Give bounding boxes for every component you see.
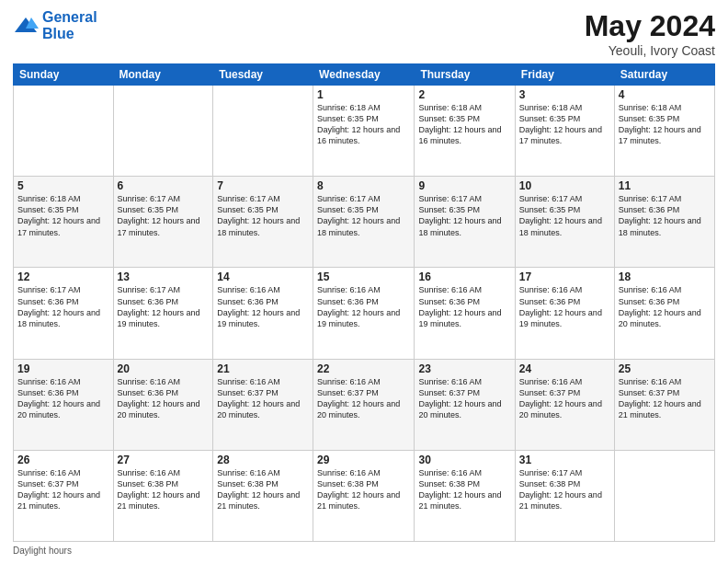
day-number: 28 — [217, 454, 309, 466]
day-number: 5 — [17, 179, 109, 192]
day-info: Sunrise: 6:17 AM Sunset: 6:35 PM Dayligh… — [519, 193, 610, 238]
footer-note: Daylight hours — [13, 546, 715, 556]
calendar-col-header: Monday — [113, 64, 213, 86]
header: General Blue May 2024 Yeouli, Ivory Coas… — [13, 9, 715, 58]
day-number: 31 — [519, 454, 610, 466]
logo-icon — [13, 16, 39, 36]
day-number: 18 — [619, 270, 711, 283]
day-number: 1 — [317, 88, 410, 101]
calendar-day-cell: 22Sunrise: 6:16 AM Sunset: 6:37 PM Dayli… — [313, 359, 415, 450]
day-info: Sunrise: 6:16 AM Sunset: 6:36 PM Dayligh… — [519, 284, 610, 329]
title-block: May 2024 Yeouli, Ivory Coast — [585, 9, 715, 58]
day-info: Sunrise: 6:18 AM Sunset: 6:35 PM Dayligh… — [418, 102, 510, 147]
calendar-col-header: Saturday — [614, 64, 714, 86]
day-info: Sunrise: 6:16 AM Sunset: 6:38 PM Dayligh… — [317, 467, 410, 512]
day-info: Sunrise: 6:16 AM Sunset: 6:37 PM Dayligh… — [418, 376, 510, 421]
day-info: Sunrise: 6:16 AM Sunset: 6:36 PM Dayligh… — [17, 376, 109, 421]
calendar-day-cell: 18Sunrise: 6:16 AM Sunset: 6:36 PM Dayli… — [614, 268, 714, 359]
day-info: Sunrise: 6:17 AM Sunset: 6:35 PM Dayligh… — [418, 193, 510, 238]
calendar-day-cell: 5Sunrise: 6:18 AM Sunset: 6:35 PM Daylig… — [14, 177, 114, 268]
calendar-day-cell — [213, 86, 313, 177]
day-number: 20 — [118, 362, 210, 375]
calendar-day-cell: 21Sunrise: 6:16 AM Sunset: 6:37 PM Dayli… — [213, 359, 313, 450]
day-number: 7 — [217, 179, 309, 192]
calendar-day-cell: 7Sunrise: 6:17 AM Sunset: 6:35 PM Daylig… — [213, 177, 313, 268]
calendar-week-row: 1Sunrise: 6:18 AM Sunset: 6:35 PM Daylig… — [14, 86, 715, 177]
day-info: Sunrise: 6:17 AM Sunset: 6:35 PM Dayligh… — [317, 193, 410, 238]
day-info: Sunrise: 6:17 AM Sunset: 6:36 PM Dayligh… — [17, 284, 109, 329]
day-number: 2 — [418, 88, 510, 101]
calendar-col-header: Tuesday — [213, 64, 313, 86]
day-number: 30 — [418, 454, 510, 466]
day-number: 19 — [17, 362, 109, 375]
calendar-day-cell: 20Sunrise: 6:16 AM Sunset: 6:36 PM Dayli… — [113, 359, 213, 450]
day-info: Sunrise: 6:16 AM Sunset: 6:36 PM Dayligh… — [619, 284, 711, 329]
day-number: 6 — [118, 179, 210, 192]
calendar-day-cell: 8Sunrise: 6:17 AM Sunset: 6:35 PM Daylig… — [313, 177, 415, 268]
calendar-col-header: Sunday — [14, 64, 114, 86]
day-info: Sunrise: 6:16 AM Sunset: 6:38 PM Dayligh… — [418, 467, 510, 512]
calendar-day-cell — [14, 86, 114, 177]
day-number: 26 — [17, 454, 109, 466]
day-info: Sunrise: 6:16 AM Sunset: 6:36 PM Dayligh… — [418, 284, 510, 329]
day-number: 8 — [317, 179, 410, 192]
day-info: Sunrise: 6:16 AM Sunset: 6:37 PM Dayligh… — [317, 376, 410, 421]
calendar-day-cell: 14Sunrise: 6:16 AM Sunset: 6:36 PM Dayli… — [213, 268, 313, 359]
day-info: Sunrise: 6:16 AM Sunset: 6:37 PM Dayligh… — [17, 467, 109, 512]
calendar-day-cell: 28Sunrise: 6:16 AM Sunset: 6:38 PM Dayli… — [213, 450, 313, 541]
day-number: 23 — [418, 362, 510, 375]
day-number: 9 — [418, 179, 510, 192]
day-info: Sunrise: 6:16 AM Sunset: 6:36 PM Dayligh… — [217, 284, 309, 329]
day-number: 16 — [418, 270, 510, 283]
page: General Blue May 2024 Yeouli, Ivory Coas… — [0, 0, 728, 563]
calendar-day-cell: 10Sunrise: 6:17 AM Sunset: 6:35 PM Dayli… — [515, 177, 614, 268]
calendar-day-cell: 30Sunrise: 6:16 AM Sunset: 6:38 PM Dayli… — [415, 450, 515, 541]
day-info: Sunrise: 6:16 AM Sunset: 6:38 PM Dayligh… — [118, 467, 210, 512]
calendar-week-row: 19Sunrise: 6:16 AM Sunset: 6:36 PM Dayli… — [14, 359, 715, 450]
calendar-day-cell: 17Sunrise: 6:16 AM Sunset: 6:36 PM Dayli… — [515, 268, 614, 359]
day-number: 29 — [317, 454, 410, 466]
calendar-col-header: Thursday — [415, 64, 515, 86]
calendar-day-cell: 16Sunrise: 6:16 AM Sunset: 6:36 PM Dayli… — [415, 268, 515, 359]
day-number: 17 — [519, 270, 610, 283]
day-info: Sunrise: 6:17 AM Sunset: 6:36 PM Dayligh… — [118, 284, 210, 329]
calendar-day-cell: 13Sunrise: 6:17 AM Sunset: 6:36 PM Dayli… — [113, 268, 213, 359]
day-info: Sunrise: 6:18 AM Sunset: 6:35 PM Dayligh… — [619, 102, 711, 147]
calendar-day-cell: 27Sunrise: 6:16 AM Sunset: 6:38 PM Dayli… — [113, 450, 213, 541]
calendar-day-cell: 23Sunrise: 6:16 AM Sunset: 6:37 PM Dayli… — [415, 359, 515, 450]
day-number: 27 — [118, 454, 210, 466]
calendar-header-row: SundayMondayTuesdayWednesdayThursdayFrid… — [14, 64, 715, 86]
day-info: Sunrise: 6:16 AM Sunset: 6:37 PM Dayligh… — [519, 376, 610, 421]
calendar-day-cell: 19Sunrise: 6:16 AM Sunset: 6:36 PM Dayli… — [14, 359, 114, 450]
day-number: 4 — [619, 88, 711, 101]
day-number: 13 — [118, 270, 210, 283]
calendar-table: SundayMondayTuesdayWednesdayThursdayFrid… — [13, 63, 715, 542]
day-number: 14 — [217, 270, 309, 283]
calendar-day-cell: 29Sunrise: 6:16 AM Sunset: 6:38 PM Dayli… — [313, 450, 415, 541]
calendar-day-cell: 31Sunrise: 6:17 AM Sunset: 6:38 PM Dayli… — [515, 450, 614, 541]
calendar-week-row: 26Sunrise: 6:16 AM Sunset: 6:37 PM Dayli… — [14, 450, 715, 541]
calendar-day-cell: 11Sunrise: 6:17 AM Sunset: 6:36 PM Dayli… — [614, 177, 714, 268]
calendar-day-cell: 25Sunrise: 6:16 AM Sunset: 6:37 PM Dayli… — [614, 359, 714, 450]
calendar-day-cell — [113, 86, 213, 177]
day-info: Sunrise: 6:17 AM Sunset: 6:35 PM Dayligh… — [118, 193, 210, 238]
day-number: 22 — [317, 362, 410, 375]
calendar-col-header: Friday — [515, 64, 614, 86]
calendar-day-cell: 4Sunrise: 6:18 AM Sunset: 6:35 PM Daylig… — [614, 86, 714, 177]
calendar-week-row: 5Sunrise: 6:18 AM Sunset: 6:35 PM Daylig… — [14, 177, 715, 268]
day-info: Sunrise: 6:18 AM Sunset: 6:35 PM Dayligh… — [519, 102, 610, 147]
calendar-day-cell: 26Sunrise: 6:16 AM Sunset: 6:37 PM Dayli… — [14, 450, 114, 541]
day-info: Sunrise: 6:17 AM Sunset: 6:38 PM Dayligh… — [519, 467, 610, 512]
day-info: Sunrise: 6:18 AM Sunset: 6:35 PM Dayligh… — [17, 193, 109, 238]
calendar-day-cell: 1Sunrise: 6:18 AM Sunset: 6:35 PM Daylig… — [313, 86, 415, 177]
calendar-day-cell: 6Sunrise: 6:17 AM Sunset: 6:35 PM Daylig… — [113, 177, 213, 268]
calendar-day-cell: 2Sunrise: 6:18 AM Sunset: 6:35 PM Daylig… — [415, 86, 515, 177]
day-number: 10 — [519, 179, 610, 192]
day-info: Sunrise: 6:16 AM Sunset: 6:36 PM Dayligh… — [118, 376, 210, 421]
calendar-col-header: Wednesday — [313, 64, 415, 86]
day-info: Sunrise: 6:16 AM Sunset: 6:37 PM Dayligh… — [217, 376, 309, 421]
calendar-week-row: 12Sunrise: 6:17 AM Sunset: 6:36 PM Dayli… — [14, 268, 715, 359]
day-number: 25 — [619, 362, 711, 375]
day-info: Sunrise: 6:16 AM Sunset: 6:38 PM Dayligh… — [217, 467, 309, 512]
logo-text: General Blue — [42, 9, 97, 43]
